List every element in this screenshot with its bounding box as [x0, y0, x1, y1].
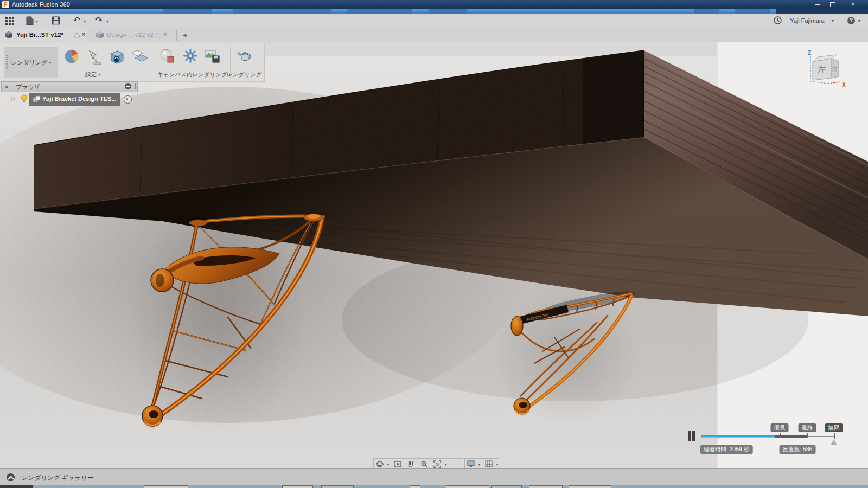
file-menu-caret-icon[interactable]: ▾ [36, 19, 38, 24]
user-caret-icon[interactable]: ▾ [832, 18, 834, 23]
capture-image-button[interactable] [204, 48, 222, 66]
file-menu-icon[interactable] [26, 16, 34, 28]
fusion360-window: F Autodesk Fusion 360 × ▾ ↶ ▾ ↷ ▾ [0, 0, 868, 488]
background-window-strip [0, 9, 868, 14]
appearance-button[interactable] [62, 48, 81, 66]
browser-collapse-icon[interactable]: « [5, 83, 7, 89]
workspace-caret-icon: ▾ [49, 60, 52, 65]
job-status-clock-icon[interactable] [774, 16, 782, 27]
progress-bar-filled [701, 435, 775, 438]
iteration-count-badge: 反復数: 586 [780, 445, 816, 454]
group-caret-icon: ▾ [98, 72, 100, 77]
gallery-expand-icon[interactable] [7, 473, 15, 481]
ribbon-toolbar: レンダリング ▾ 設定 ▾ [0, 43, 265, 82]
document-tabs-bar: Yuji Br...ST v12* × Design ... v12 v2 × … [0, 28, 868, 43]
minimize-button[interactable] [810, 1, 824, 9]
tab-label: Yuji Br...ST v12* [16, 31, 63, 38]
z-axis-label: Z [808, 50, 811, 56]
window-title: Autodesk Fusion 360 [12, 1, 70, 8]
undo-icon[interactable]: ↶ [73, 15, 80, 25]
help-caret-icon[interactable]: ▾ [858, 18, 860, 23]
fusion-logo-icon: F [2, 1, 9, 8]
restore-button[interactable] [826, 1, 839, 9]
expand-triangle-icon[interactable]: ▷ [11, 95, 15, 102]
quick-access-toolbar: ▾ ↶ ▾ ↷ ▾ Yuji Fujimura ▾ ? ▾ [0, 14, 868, 29]
browser-header[interactable]: « ブラウザ [1, 81, 138, 92]
redo-icon[interactable]: ↷ [95, 15, 103, 25]
activate-component-icon[interactable] [124, 95, 132, 104]
tab-close-icon[interactable]: × [82, 31, 85, 37]
quality-slider-handle[interactable] [831, 440, 837, 445]
render-settings-gear-button[interactable] [181, 48, 200, 66]
grid-caret-icon[interactable]: ▾ [496, 462, 498, 467]
viewcube[interactable]: 左 前 Z X [803, 49, 852, 92]
browser-scroll-nub[interactable] [135, 83, 136, 89]
display-caret-icon[interactable]: ▾ [478, 462, 480, 467]
component-name[interactable]: Yuji Bracket Design TES... [42, 95, 116, 102]
fit-caret-icon[interactable]: ▾ [445, 462, 447, 467]
incanvas-render-button[interactable] [158, 48, 177, 66]
quality-good-badge[interactable]: 優良 [771, 423, 789, 432]
document-cube-icon [5, 31, 13, 39]
help-icon[interactable]: ? [847, 17, 855, 24]
group-label-incanvas[interactable]: キャンバス内レンダリング ▾ [157, 71, 231, 79]
user-account-button[interactable]: Yuji Fujimura [790, 17, 825, 24]
panel-grip-icon [6, 55, 8, 70]
tab-close-icon[interactable]: × [163, 31, 167, 37]
document-cube-icon [96, 31, 104, 39]
viewcube-front-label[interactable]: 前 [832, 66, 838, 72]
texture-map-button[interactable] [108, 48, 126, 66]
tab-label: Design ... v12 v2 [107, 31, 154, 38]
viewcube-left-label[interactable]: 左 [818, 65, 826, 74]
x-axis-label: X [842, 82, 846, 88]
title-bar[interactable]: F Autodesk Fusion 360 × [0, 0, 868, 9]
os-taskbar-sliver [0, 485, 868, 488]
tab-sync-icon[interactable] [74, 33, 80, 38]
new-tab-button[interactable]: + [183, 30, 188, 40]
pause-render-icon[interactable] [692, 431, 695, 441]
close-button[interactable]: × [846, 1, 859, 9]
quality-infinite-badge[interactable]: 無限 [825, 423, 843, 432]
tab-document-2[interactable]: Design ... v12 v2 × [88, 28, 175, 42]
browser-root-row[interactable]: ▷ Yuji Bracket Design TES... [1, 92, 137, 106]
tab-document-1[interactable]: Yuji Br...ST v12* × [0, 28, 87, 42]
progress-bar-track [808, 436, 835, 437]
pause-render-icon[interactable] [688, 431, 691, 441]
tab-sync-icon[interactable] [156, 33, 161, 38]
redo-caret-icon[interactable]: ▾ [106, 19, 108, 24]
gallery-label: レンダリング ギャラリー [22, 474, 93, 482]
quality-final-badge[interactable]: 最終 [799, 423, 816, 432]
undo-caret-icon[interactable]: ▾ [84, 19, 86, 24]
orbit-caret-icon[interactable]: ▾ [387, 462, 389, 467]
gallery-status-bar[interactable]: レンダリング ギャラリー [0, 468, 868, 486]
app-grid-icon[interactable] [5, 17, 14, 28]
render-teapot-button[interactable] [236, 48, 254, 66]
group-label-settings[interactable]: 設定 ▾ [85, 71, 100, 79]
workspace-label: レンダリング [11, 59, 48, 66]
decal-button[interactable] [131, 48, 149, 66]
workspace-selector[interactable]: レンダリング ▾ [4, 47, 58, 78]
component-icon [33, 95, 41, 103]
elapsed-time-badge: 経過時間: 2059 秒 [700, 445, 753, 454]
group-label-render: レンダリング [227, 71, 261, 79]
browser-title: ブラウザ [16, 83, 40, 91]
browser-minimize-icon[interactable] [125, 83, 131, 89]
save-icon[interactable] [52, 16, 60, 27]
scene-settings-button[interactable] [85, 48, 104, 66]
visibility-bulb-icon[interactable] [21, 94, 28, 104]
